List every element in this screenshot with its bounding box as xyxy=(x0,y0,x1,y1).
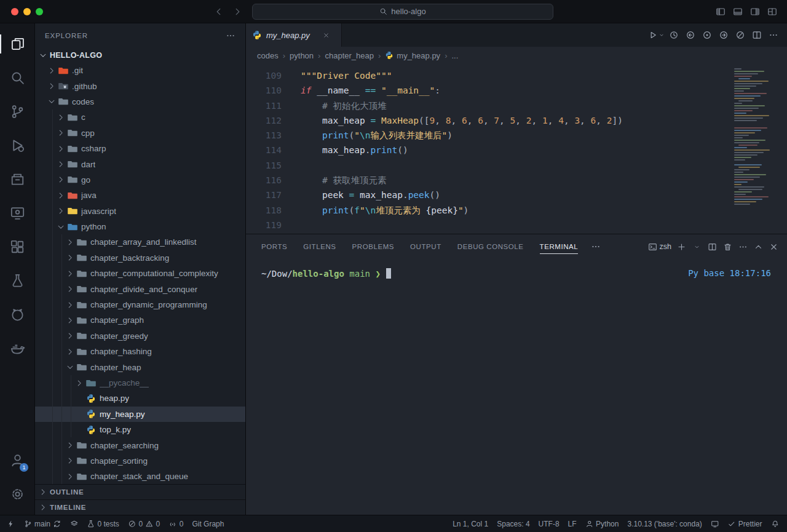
activity-bar-item-search[interactable] xyxy=(0,61,34,95)
section-outline[interactable]: OUTLINE xyxy=(35,484,245,499)
status-cursor-position[interactable]: Ln 1, Col 1 xyxy=(448,515,492,532)
tree-item-top-k-py[interactable]: top_k.py xyxy=(35,422,245,437)
layout-sidebar-right-icon[interactable] xyxy=(750,7,760,17)
split-editor-button[interactable] xyxy=(749,27,764,43)
tree-item-chapter-backtracking[interactable]: chapter_backtracking xyxy=(35,250,245,266)
tree-item-chapter-graph[interactable]: chapter_graph xyxy=(35,312,245,328)
close-tab-icon[interactable] xyxy=(323,32,330,39)
status-python-interpreter[interactable]: 3.10.13 ('base': conda) xyxy=(623,515,706,532)
maximize-panel-button[interactable] xyxy=(751,239,765,255)
split-terminal-button[interactable] xyxy=(705,239,719,255)
terminal-dropdown[interactable] xyxy=(690,239,704,255)
tree-item-codes[interactable]: codes xyxy=(35,94,245,109)
panel-more-button[interactable] xyxy=(736,239,750,255)
tree-item-chapter-sorting[interactable]: chapter_sorting xyxy=(35,453,245,469)
activity-bar-item-docker[interactable] xyxy=(0,332,34,365)
code-line-110[interactable]: 110if __name__ == "__main__": xyxy=(246,83,787,98)
tree-item-cpp[interactable]: cpp xyxy=(35,125,245,141)
tree-item-chapter-heap[interactable]: chapter_heap xyxy=(35,359,245,375)
status-prettier[interactable]: Prettier xyxy=(723,515,766,532)
status-eol[interactable]: LF xyxy=(564,515,581,532)
tree-item-chapter-divide-and-conquer[interactable]: chapter_divide_and_conquer xyxy=(35,281,245,296)
activity-bar-item-run-and-debug[interactable] xyxy=(0,129,34,162)
code-line-111[interactable]: 111 # 初始化大顶堆 xyxy=(246,98,787,113)
code-editor[interactable]: 109"""Driver Code"""110if __name__ == "_… xyxy=(246,64,787,234)
layout-customize-icon[interactable] xyxy=(767,7,777,17)
panel-tabs-more-icon[interactable] xyxy=(586,242,606,252)
breadcrumb-item-python[interactable]: python xyxy=(290,51,314,60)
run-button[interactable] xyxy=(648,27,665,43)
tree-item-chapter-computational-complexity[interactable]: chapter_computational_complexity xyxy=(35,266,245,281)
activity-bar-item-explorer[interactable] xyxy=(0,27,34,61)
status-tests[interactable]: 0 tests xyxy=(82,515,124,532)
status-indentation[interactable]: Spaces: 4 xyxy=(492,515,534,532)
layout-panel-icon[interactable] xyxy=(733,7,743,17)
tree-item-chapter-greedy[interactable]: chapter_greedy xyxy=(35,328,245,344)
status-git-branch[interactable]: main xyxy=(20,515,66,532)
explorer-more-actions-icon[interactable] xyxy=(226,31,235,41)
tree-root-hello-algo[interactable]: HELLO-ALGO xyxy=(35,48,245,63)
status-ports[interactable]: 0 xyxy=(164,515,188,532)
tree-item-go[interactable]: go xyxy=(35,172,245,188)
close-window-button[interactable] xyxy=(11,8,18,15)
tree-item-python[interactable]: python xyxy=(35,219,245,234)
tree-item-chapter-array-and-linkedlist[interactable]: chapter_array_and_linkedlist xyxy=(35,234,245,250)
back-icon[interactable] xyxy=(214,7,224,17)
tree-item-javascript[interactable]: javascript xyxy=(35,204,245,219)
code-line-117[interactable]: 117 peek = max_heap.peek() xyxy=(246,188,787,202)
panel-tab-output[interactable]: OUTPUT xyxy=(402,234,449,259)
open-changes-next-button[interactable] xyxy=(716,27,731,43)
status-git-graph[interactable]: Git Graph xyxy=(188,515,228,532)
tab-my-heap-py[interactable]: my_heap.py xyxy=(246,23,342,47)
file-history-button[interactable] xyxy=(666,27,681,43)
status-language-mode[interactable]: Python xyxy=(581,515,623,532)
status-remote-window[interactable] xyxy=(2,515,20,532)
status-encoding[interactable]: UTF-8 xyxy=(534,515,564,532)
code-line-114[interactable]: 114 max_heap.print() xyxy=(246,143,787,157)
code-line-113[interactable]: 113 print("\n输入列表并建堆后") xyxy=(246,128,787,143)
activity-bar-item-folder-library[interactable] xyxy=(0,162,34,196)
tree-item-heap-py[interactable]: heap.py xyxy=(35,391,245,406)
tree-item-chapter-stack-and-queue[interactable]: chapter_stack_and_queue xyxy=(35,469,245,484)
tree-item-chapter-dynamic-programming[interactable]: chapter_dynamic_programming xyxy=(35,297,245,312)
tree-item-git[interactable]: .git xyxy=(35,63,245,78)
close-panel-button[interactable] xyxy=(767,239,781,255)
breadcrumb-item-my-heap-py[interactable]: my_heap.py xyxy=(385,51,440,60)
open-changes-prev-button[interactable] xyxy=(683,27,698,43)
tree-item-pycache[interactable]: __pycache__ xyxy=(35,375,245,391)
open-changes-button[interactable] xyxy=(700,27,714,43)
tree-item-dart[interactable]: dart xyxy=(35,156,245,172)
shell-select[interactable]: zsh xyxy=(646,239,673,255)
tree-item-my-heap-py[interactable]: my_heap.py xyxy=(35,407,245,422)
code-line-112[interactable]: 112 max_heap = MaxHeap([9, 8, 6, 6, 7, 5… xyxy=(246,113,787,128)
minimize-window-button[interactable] xyxy=(23,8,31,15)
tree-item-java[interactable]: java xyxy=(35,188,245,203)
panel-tab-debug-console[interactable]: DEBUG CONSOLE xyxy=(449,234,532,259)
activity-bar-item-remote-explorer[interactable] xyxy=(0,196,34,230)
minimap[interactable] xyxy=(733,68,778,206)
forward-icon[interactable] xyxy=(232,7,242,17)
status-screen-status[interactable] xyxy=(706,515,724,532)
activity-bar-item-github[interactable] xyxy=(0,298,34,332)
code-line-118[interactable]: 118 print(f"\n堆顶元素为 {peek}") xyxy=(246,203,787,218)
panel-tab-terminal[interactable]: TERMINAL xyxy=(532,234,587,259)
layout-sidebar-left-icon[interactable] xyxy=(716,7,726,17)
more-actions-button[interactable] xyxy=(766,27,781,43)
code-line-119[interactable]: 119 xyxy=(246,218,787,232)
code-line-115[interactable]: 115 xyxy=(246,158,787,173)
breadcrumb-item-codes[interactable]: codes xyxy=(257,51,279,60)
activity-bar-item-accounts[interactable]: 1 xyxy=(0,443,34,477)
new-terminal-button[interactable] xyxy=(674,239,689,255)
panel-tab-gitlens[interactable]: GITLENS xyxy=(295,234,344,259)
terminal[interactable]: ~/Dow/hello-algo main ❯Py base 18:17:16 xyxy=(246,259,787,515)
breadcrumb-item--[interactable]: ... xyxy=(451,51,458,60)
activity-bar-item-source-control[interactable] xyxy=(0,95,34,129)
tree-item-chapter-searching[interactable]: chapter_searching xyxy=(35,437,245,453)
tree-item-github[interactable]: .github xyxy=(35,78,245,93)
code-line-109[interactable]: 109"""Driver Code""" xyxy=(246,68,787,83)
kill-terminal-button[interactable] xyxy=(721,239,735,255)
panel-tab-problems[interactable]: PROBLEMS xyxy=(344,234,403,259)
tree-item-c[interactable]: c xyxy=(35,109,245,125)
tree-item-chapter-hashing[interactable]: chapter_hashing xyxy=(35,344,245,359)
activity-bar-item-extensions[interactable] xyxy=(0,230,34,264)
